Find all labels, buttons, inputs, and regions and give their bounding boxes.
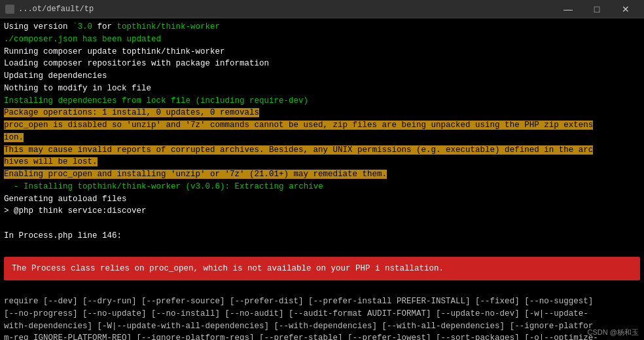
line-13: Generating autoload files [4, 195, 127, 204]
line-9: proc_open is disabled so 'unzip' and '7z… [4, 121, 593, 130]
maximize-button[interactable]: □ [584, 3, 610, 16]
line-11: Enabling proc_open and installing 'unzip… [4, 170, 387, 179]
line-5: Updating dependencies [4, 71, 107, 81]
error-message-box: The Process class relies on proc_open, w… [4, 257, 640, 280]
line-3: Running composer update topthink/think-w… [4, 47, 225, 56]
terminal-output: Using version `3.0 for topthink/think-wo… [0, 18, 644, 340]
titlebar-controls: — □ ✕ [555, 3, 639, 16]
titlebar-title: ...ot/default/tp [18, 5, 94, 14]
line-22: with-dependencies] [-W|--update-with-all… [4, 322, 593, 331]
line-12: - Installing topthink/think-worker (v3.0… [4, 182, 323, 191]
line-23: m-req IGNORE-PLATFORM-REQ] [--ignore-pla… [4, 333, 598, 340]
line-6: Nothing to modify in lock file [4, 84, 151, 93]
watermark: CSDN @杨和玉 [588, 328, 639, 337]
line-9b: ion. [4, 133, 24, 142]
line-10b: hives will be lost. [4, 157, 98, 166]
titlebar-left: ...ot/default/tp [5, 5, 94, 14]
line-21: [--no-progress] [--no-update] [--no-inst… [4, 309, 588, 318]
minimize-button[interactable]: — [555, 3, 581, 16]
close-button[interactable]: ✕ [613, 3, 639, 16]
line-1: Using version `3.0 for topthink/think-wo… [4, 22, 220, 31]
line-4: Loading composer repositories with packa… [4, 59, 269, 68]
line-7: Installing dependencies from lock file (… [4, 96, 308, 105]
line-20: require [--dev] [--dry-run] [--prefer-so… [4, 297, 593, 306]
line-2: ./composer.json has been updated [4, 35, 161, 44]
terminal-icon [5, 5, 14, 14]
error-text: The Process class relies on proc_open, w… [12, 264, 444, 273]
line-14: > @php think service:discover [4, 206, 147, 216]
titlebar: ...ot/default/tp — □ ✕ [0, 0, 644, 18]
line-15: In Process.php line 146: [4, 231, 122, 240]
line-10: This may cause invalid reports of corrup… [4, 145, 593, 155]
line-8: Package operations: 1 install, 0 updates… [4, 108, 259, 117]
